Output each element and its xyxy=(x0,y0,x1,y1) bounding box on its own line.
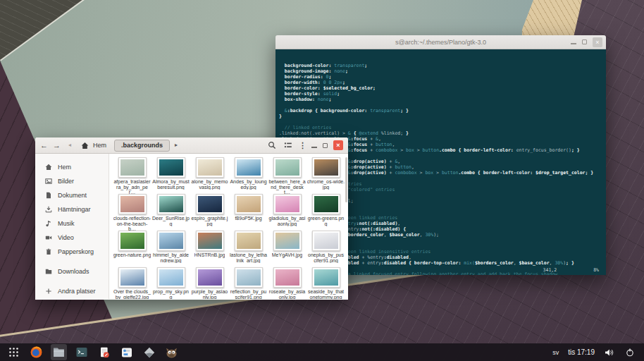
terminal-close-button[interactable]: × xyxy=(593,37,602,47)
terminal-titlebar[interactable]: s@arch:~/.themes/Plano/gtk-3.0 × xyxy=(275,35,606,49)
file-thumbnail xyxy=(196,231,224,251)
file-item[interactable]: purple_by_asiaonly.jpg xyxy=(190,267,229,299)
file-item[interactable]: afpera_traslasierra_by_adn_per… xyxy=(113,157,151,194)
file-item[interactable]: MeYgAVH.jpg xyxy=(268,231,306,267)
file-item[interactable]: Almora_by_mustberesult.png xyxy=(151,157,190,194)
scrollbar-thumb[interactable] xyxy=(345,157,347,202)
keyboard-layout-indicator[interactable]: sv xyxy=(552,349,559,356)
file-item[interactable]: alone_by_memovaslg.png xyxy=(190,157,229,194)
file-item[interactable]: oneplus_by_puscifer91.png xyxy=(306,231,345,267)
dock-item-firefox[interactable] xyxy=(28,344,44,360)
file-name-label: afpera_traslasierra_by_adn_per… xyxy=(113,179,151,194)
firefox-icon xyxy=(30,346,42,358)
home-icon xyxy=(79,140,90,151)
terminal-code-line: background-color: transparent; xyxy=(279,63,606,68)
file-thumbnail xyxy=(196,157,224,178)
breadcrumb-home-label: Hem xyxy=(93,142,106,149)
file-item[interactable]: f89oP5K.jpg xyxy=(229,194,268,231)
file-name-label: Almora_by_mustberesult.png xyxy=(152,179,190,190)
file-thumbnail xyxy=(196,194,224,214)
pathbar-scroll-left-icon[interactable]: ◂ xyxy=(68,142,71,148)
sidebar-item-bilder[interactable]: Bilder xyxy=(35,174,109,188)
file-item[interactable]: between_here_and_there_deskt… xyxy=(268,157,306,194)
breadcrumb-home-button[interactable]: Hem xyxy=(76,138,109,152)
file-item[interactable]: chrome_os-wide.jpg xyxy=(306,157,345,194)
sidebar-item-papperskorg[interactable]: Papperskorg xyxy=(35,245,109,259)
file-item[interactable]: green-greens.png xyxy=(306,194,345,231)
dock-item-files[interactable] xyxy=(51,344,67,360)
breadcrumb-current-folder[interactable]: .backgrounds xyxy=(114,140,170,152)
file-thumbnail xyxy=(118,267,147,288)
sidebar-item-hem[interactable]: Hem xyxy=(35,160,109,174)
file-item[interactable]: seaside_by_thatonetommy.png xyxy=(306,267,345,299)
file-item[interactable]: roseate_by_asiaonly.jpg xyxy=(268,267,306,299)
file-item[interactable]: Andes_by_loungedy.jpg xyxy=(229,157,268,194)
sidebar-item-downloads[interactable]: Downloads xyxy=(35,264,109,279)
file-item[interactable]: espiro_graphite.jpg xyxy=(190,194,229,231)
files-restore-button[interactable] xyxy=(323,143,328,148)
trash-icon xyxy=(44,248,52,255)
sidebar-item-dokument[interactable]: Dokument xyxy=(35,188,109,202)
files-sidebar: HemBilderDokumentHämtningarMusikVideoPap… xyxy=(35,154,109,299)
file-name-label: alone_by_memovaslg.png xyxy=(191,179,229,190)
file-thumbnail xyxy=(118,231,147,251)
file-thumbnail xyxy=(235,194,263,214)
sidebar-item-label: Papperskorg xyxy=(58,248,94,255)
dock-item-terminal[interactable] xyxy=(73,344,89,360)
back-button[interactable]: ← xyxy=(40,142,48,149)
text-editor-icon xyxy=(99,347,110,358)
terminal-code-line: border-width: 0 0 2px; xyxy=(279,80,606,85)
files-content-area[interactable]: afpera_traslasierra_by_adn_per…Almora_by… xyxy=(109,154,348,299)
file-name-label: oneplus_by_puscifer91.png xyxy=(307,252,345,263)
file-name-label: purple_by_asiaonly.jpg xyxy=(191,289,229,299)
power-icon[interactable] xyxy=(624,347,636,358)
sidebar-item-video[interactable]: Video xyxy=(35,231,109,245)
file-thumbnail xyxy=(157,194,185,214)
pathbar-scroll-right-icon[interactable]: ▸ xyxy=(175,142,178,148)
file-name-label: f89oP5K.jpg xyxy=(235,216,261,221)
sidebar-item-label: Downloads xyxy=(58,268,89,275)
terminal-restore-button[interactable] xyxy=(582,39,587,44)
files-minimize-button[interactable] xyxy=(311,147,317,148)
terminal-status-line: 341,28% xyxy=(543,267,599,273)
files-close-button[interactable]: × xyxy=(333,140,343,150)
file-item[interactable]: prop_my_sky.png xyxy=(151,267,190,299)
file-item[interactable]: clouds-reflection-on-the-beach-b… xyxy=(113,194,151,231)
terminal-code-line xyxy=(279,102,606,108)
file-item[interactable]: HNSTRnB.jpg xyxy=(190,231,229,267)
dock-item-settings[interactable] xyxy=(118,344,135,360)
music-icon xyxy=(44,220,52,227)
file-item[interactable]: green-nature.png xyxy=(113,231,151,267)
dock-item-gimp[interactable] xyxy=(163,344,180,360)
file-item[interactable]: lastone_by_lethalnik_art.jpg xyxy=(229,231,268,267)
file-item[interactable]: gladiolus_by_asiaonly.jpg xyxy=(268,194,306,231)
search-button[interactable] xyxy=(266,140,278,151)
file-item[interactable]: reflection_by_puscifer91.png xyxy=(229,267,268,299)
volume-icon[interactable] xyxy=(604,347,615,358)
clock[interactable]: tis 17:19 xyxy=(568,348,595,356)
file-name-label: seaside_by_thatonetommy.png xyxy=(307,289,345,299)
file-name-label: green-greens.png xyxy=(307,216,345,226)
plus-icon xyxy=(44,288,52,295)
terminal-minimize-button[interactable] xyxy=(571,43,576,44)
file-manager-toolbar[interactable]: ← → ◂ Hem .backgrounds ▸ ⋮ × xyxy=(35,137,348,154)
menu-button[interactable]: ⋮ xyxy=(299,141,306,150)
file-item[interactable]: himmel_by_aidendrew.jpg xyxy=(151,231,190,267)
file-thumbnail xyxy=(157,267,185,288)
download-icon xyxy=(44,206,52,213)
sidebar-item-label: Musik xyxy=(58,220,75,227)
file-item[interactable]: Deer_SunRise.jpg xyxy=(151,194,190,231)
dock-item-app-launcher[interactable] xyxy=(6,344,22,360)
sidebar-item-label: Hämtningar xyxy=(58,206,91,213)
sidebar-item-musik[interactable]: Musik xyxy=(35,216,109,231)
sidebar-item-label: Dokument xyxy=(58,192,87,199)
dock-item-text-editor[interactable] xyxy=(96,344,112,360)
forward-button[interactable]: → xyxy=(53,142,61,149)
sidebar-item-andra-platser[interactable]: Andra platser xyxy=(35,284,109,298)
terminal-code-line: box-shadow: none; xyxy=(279,97,606,102)
sidebar-item-hämtningar[interactable]: Hämtningar xyxy=(35,202,109,216)
file-name-label: between_here_and_there_deskt… xyxy=(268,179,306,194)
view-toggle-button[interactable] xyxy=(283,140,294,151)
dock-item-inkscape[interactable] xyxy=(141,344,157,360)
file-item[interactable]: Over the clouds_by_gieffe22.jpg xyxy=(113,267,151,299)
